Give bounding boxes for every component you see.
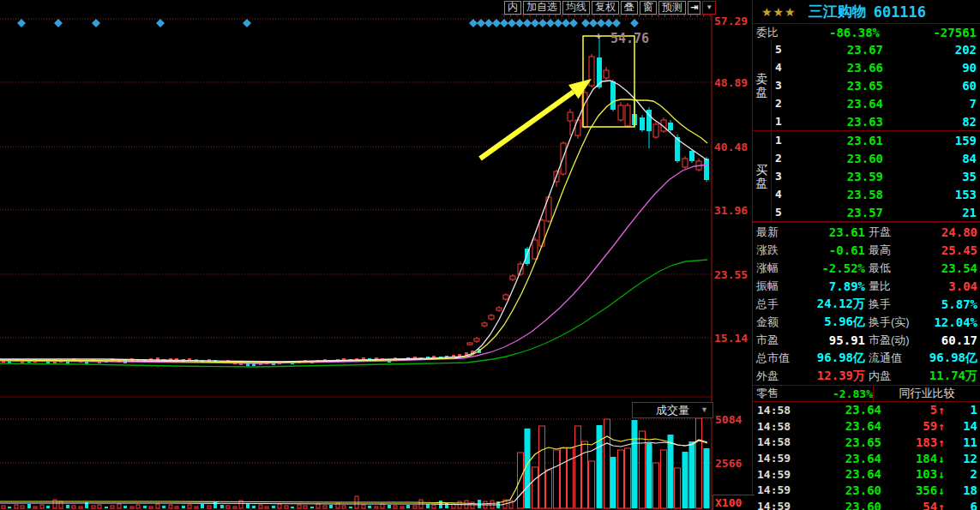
ma-line-yellow [0, 99, 707, 363]
tick-trade-list[interactable]: 14:5823.645↑114:5823.6459↑1414:5823.6518… [753, 402, 980, 510]
sell-queue-row[interactable]: 523.67202 [772, 40, 980, 58]
volume-bar [323, 506, 327, 508]
tick-time: 14:59 [753, 483, 803, 496]
kline-chart-panel[interactable]: 57.2948.8940.4831.9623.5515.145084256654… [0, 0, 753, 510]
kline-chart-canvas[interactable]: 57.2948.8940.4831.9623.5515.145084256654… [0, 0, 753, 510]
volume-bar-down [610, 457, 616, 508]
toolbar-button-mode-inner[interactable]: 内 [504, 1, 521, 15]
chevron-down-icon[interactable]: ▼ [700, 403, 708, 417]
stat-label: 开盘 [865, 225, 917, 240]
volume-bar [182, 506, 185, 508]
tick-row[interactable]: 14:5923.64184↓12 [753, 450, 980, 466]
volume-bar [285, 506, 288, 508]
candle-body-down [525, 249, 530, 264]
stat-value: 25.45 [917, 243, 980, 257]
sell-queue-row[interactable]: 323.6560 [772, 76, 980, 94]
stat-value: 23.54 [917, 261, 980, 275]
volume-bar-down [632, 420, 638, 508]
stat-row: 总手24.12万换手5.87% [753, 295, 980, 313]
queue-price: 23.57 [787, 206, 883, 219]
volume-bar [381, 504, 384, 508]
volume-bar [316, 504, 320, 508]
stat-label: 流通值 [865, 351, 917, 366]
tick-time: 14:58 [753, 420, 803, 433]
volume-bar-up [561, 448, 567, 508]
tick-row[interactable]: 14:5923.60356↓18 [753, 483, 980, 499]
toolbar-button-adjust-rights[interactable]: 复权 [592, 1, 619, 15]
signal-diamond-icon [92, 19, 100, 27]
volume-bar [8, 507, 11, 508]
toolbar-button-window[interactable]: 窗 [640, 1, 657, 15]
arrow-annotation-shaft[interactable] [480, 92, 574, 159]
volume-bar [310, 507, 314, 508]
stat-label: 量比 [865, 279, 917, 294]
stat-value: 3.04 [917, 279, 980, 293]
volume-bar [278, 504, 281, 508]
toolbar-button-moving-average[interactable]: 均线 [562, 1, 590, 15]
industry-compare-button[interactable]: 同行业比较 [873, 386, 980, 401]
volume-indicator-selector[interactable]: 成交量 ▼ [632, 402, 713, 418]
up-arrow-icon: ↑ [938, 404, 945, 417]
tick-row[interactable]: 14:5923.64103↓2 [753, 466, 980, 483]
tick-row[interactable]: 14:5923.6054↑6 [753, 498, 980, 510]
volume-bar-up [625, 448, 631, 508]
volume-bar [98, 505, 101, 508]
volume-bar-up [582, 441, 588, 508]
volume-bar [304, 506, 307, 508]
signal-diamond-icon [604, 19, 613, 27]
sell-queue-row[interactable]: 123.6382 [772, 112, 980, 130]
buy-queue-row[interactable]: 523.5721 [772, 203, 980, 221]
tick-row[interactable]: 14:5823.6459↑14 [753, 418, 980, 435]
toolbar-dropdown-icon[interactable]: ▼ [702, 1, 716, 15]
volume-bar [188, 505, 191, 508]
up-arrow-icon: ↑ [938, 436, 945, 449]
queue-volume: 7 [883, 97, 980, 111]
sell-queue-row[interactable]: 223.647 [772, 94, 980, 112]
tick-row[interactable]: 14:5823.65183↑11 [753, 434, 980, 450]
volume-bar [72, 506, 75, 508]
toolbar-button-forecast[interactable]: 预测 [658, 1, 686, 15]
volume-bar [175, 507, 178, 508]
stock-header: ★★★ 三江购物 601116 [753, 0, 980, 23]
candle-body-up [482, 323, 487, 326]
buy-queue-row[interactable]: 423.58153 [772, 185, 980, 203]
price-axis-label: 57.29 [714, 15, 748, 27]
buy-queue-row[interactable]: 323.5935 [772, 167, 980, 185]
buy-queue-row[interactable]: 123.61159 [772, 131, 980, 149]
weibi-label: 委比 [753, 25, 789, 40]
volume-bar-down [704, 448, 710, 508]
volume-bar [362, 505, 365, 508]
volume-bar [201, 504, 204, 508]
stat-value: 23.61 [797, 225, 865, 239]
stat-row: 涨跌-0.61最高25.45 [753, 241, 980, 259]
volume-bar-up [568, 447, 574, 508]
tick-price: 23.64 [803, 419, 881, 433]
tick-count: 18 [945, 483, 980, 497]
stat-value: 96.98亿 [797, 351, 865, 366]
tick-row[interactable]: 14:5823.645↑1 [753, 402, 980, 418]
tick-price: 23.64 [803, 452, 881, 465]
candle-body-down [610, 81, 616, 110]
candle-body-down [689, 151, 694, 161]
toolbar-button-add-watchlist[interactable]: 加自选 [523, 1, 561, 15]
queue-level: 1 [772, 134, 787, 147]
stock-code[interactable]: 601116 [874, 3, 926, 21]
toolbar-button-overlay[interactable]: 叠 [621, 1, 638, 15]
queue-volume: 82 [883, 115, 980, 129]
tick-time: 14:58 [753, 435, 803, 448]
queue-volume: 202 [883, 43, 980, 57]
signal-diamond-icon [612, 19, 621, 27]
stock-name[interactable]: 三江购物 [809, 2, 867, 21]
tick-volume: 59↑ [881, 419, 945, 433]
tick-count: 6 [945, 500, 980, 510]
volume-bar-up [653, 463, 659, 508]
queue-volume: 159 [883, 134, 980, 147]
candle-body-up [474, 339, 479, 341]
jump-to-latest-icon[interactable]: ⇥ [688, 1, 700, 15]
queue-level: 4 [772, 61, 787, 74]
volume-bar [92, 506, 95, 508]
candle-body-up [489, 315, 494, 319]
sell-queue-row[interactable]: 423.6690 [772, 58, 980, 76]
signal-diamond-icon [508, 19, 516, 27]
buy-queue-row[interactable]: 223.6084 [772, 149, 980, 167]
